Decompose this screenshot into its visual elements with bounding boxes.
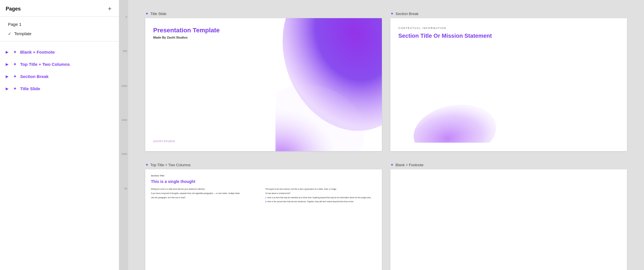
title-slide-top: Presentation Template Made By Zacht Stud…	[153, 27, 268, 39]
sidebar-title: Pages	[6, 6, 21, 12]
two-col-left: Writing too much in a slide deck will lo…	[151, 188, 262, 270]
two-col-columns: Writing too much in a slide deck will lo…	[151, 188, 376, 270]
ruler-mark-1500: 1500	[119, 119, 128, 121]
chevron-right-icon: ▶	[6, 50, 9, 54]
section-break-card[interactable]: CONTEXTUAL INFORMATION Section Title Or …	[390, 18, 627, 151]
ruler-mark-1000: 1000	[119, 85, 128, 87]
sparkle-section-icon: ✦	[390, 11, 394, 16]
title-slide-card[interactable]: Presentation Template Made By Zacht Stud…	[145, 18, 382, 151]
sidebar: Pages + Page 1 ✓ Template ▶ ✦ Blank + Fo…	[0, 0, 119, 270]
ruler-mark-0: 0	[119, 15, 128, 18]
sparkle-icon-3: ✦	[13, 74, 17, 79]
add-page-button[interactable]: +	[106, 5, 113, 12]
col2-item1: 1. Here is an item that may be extended …	[265, 196, 376, 199]
title-slide-subtitle: Made By Zacht Studios	[153, 36, 268, 39]
layouts-list: ▶ ✦ Blank + Footnote ▶ ✦ Top Title + Two…	[0, 41, 119, 270]
section-break-blob-svg	[398, 102, 553, 143]
title-slide-content: Presentation Template Made By Zacht Stud…	[145, 18, 275, 151]
title-slide-main-title: Presentation Template	[153, 27, 268, 34]
slide-wrapper-title: ✦ Title Slide Presentation Template Made…	[145, 11, 382, 151]
page-item-page1[interactable]: Page 1	[0, 20, 119, 29]
page-item-template[interactable]: ✓ Template	[0, 29, 119, 38]
col1-p3: Like this paragraph. Isn't this nice to …	[151, 196, 262, 199]
sparkle-two-col-icon: ✦	[145, 163, 149, 167]
slide-title-label: Title Slide	[150, 12, 167, 16]
two-col-title: This is a single thought	[151, 179, 376, 184]
slide-wrapper-two-col: ✦ Top Title + Two Columns Section Title …	[145, 163, 382, 270]
title-slide-footer: ZACHT.STUDIO	[153, 140, 268, 143]
ruler-mark-2000: 2000	[119, 153, 128, 155]
sparkle-icon-4: ✦	[13, 86, 17, 91]
slide-label-blank-footnote: ✦ Blank + Footnote	[390, 163, 627, 167]
col2-p1: This layout is two text columns, but thi…	[265, 188, 376, 191]
ruler-y: 0 500 1000 1500 2000 00	[119, 0, 128, 270]
check-icon: ✓	[8, 31, 11, 36]
slide-label-title: ✦ Title Slide	[145, 11, 382, 16]
col1-p2: If you have a long trail of thoughts, se…	[151, 192, 262, 195]
col2-item2: 2. Here is the second item that has two …	[265, 200, 376, 203]
slide-wrapper-blank-footnote: ✦ Blank + Footnote FOOTNOTE	[390, 163, 627, 270]
canvas-area: 0 500 1000 1500 2000 00 ✦ Title Slide Pr…	[119, 0, 644, 270]
sparkle-icon-2: ✦	[13, 62, 17, 67]
layout-label-blank-footnote: Blank + Footnote	[20, 50, 55, 54]
svg-point-2	[409, 102, 501, 143]
sparkle-title-icon: ✦	[145, 11, 149, 16]
layout-label-section-break: Section Break	[20, 74, 49, 79]
section-break-graphic	[398, 102, 619, 143]
section-break-top-label: CONTEXTUAL INFORMATION	[398, 27, 619, 29]
sparkle-blank-icon: ✦	[390, 163, 394, 167]
two-col-right: This layout is two text columns, but thi…	[265, 188, 376, 270]
sparkle-icon-1: ✦	[13, 49, 17, 55]
slides-canvas: ✦ Title Slide Presentation Template Made…	[128, 0, 644, 270]
ruler-mark-00: 00	[119, 187, 128, 190]
sidebar-header: Pages +	[0, 0, 119, 17]
slide-label-two-col: ✦ Top Title + Two Columns	[145, 163, 382, 167]
col2-p2: Or how about a numbered list?	[265, 192, 376, 195]
title-slide-graphic	[275, 18, 382, 151]
section-break-text: CONTEXTUAL INFORMATION Section Title Or …	[398, 27, 619, 39]
chevron-right-icon-2: ▶	[6, 62, 9, 66]
slide-blank-footnote-label: Blank + Footnote	[395, 163, 424, 167]
section-break-title: Section Title Or Mission Statement	[398, 32, 619, 39]
layout-item-blank-footnote[interactable]: ▶ ✦ Blank + Footnote	[0, 46, 119, 58]
num-label-1: 1.	[265, 197, 267, 199]
layout-item-top-title[interactable]: ▶ ✦ Top Title + Two Columns	[0, 58, 119, 70]
template-label: Template	[14, 31, 31, 36]
chevron-right-icon-4: ▶	[6, 87, 9, 91]
slide-two-col-label: Top Title + Two Columns	[150, 163, 191, 167]
purple-blob-svg	[275, 18, 382, 151]
layout-label-top-title: Top Title + Two Columns	[20, 62, 70, 67]
num-label-2: 2.	[265, 201, 267, 202]
layout-item-section-break[interactable]: ▶ ✦ Section Break	[0, 70, 119, 83]
chevron-right-icon-3: ▶	[6, 74, 9, 79]
slide-wrapper-section-break: ✦ Section Break CONTEXTUAL INFORMATION S…	[390, 11, 627, 151]
two-col-card[interactable]: Section Title This is a single thought W…	[145, 169, 382, 270]
blank-footnote-card[interactable]: FOOTNOTE	[390, 169, 627, 270]
slide-label-section-break: ✦ Section Break	[390, 11, 627, 16]
layout-label-title-slide: Title Slide	[20, 86, 40, 91]
page1-label: Page 1	[8, 22, 22, 27]
slide-section-break-label: Section Break	[395, 12, 418, 16]
two-col-section-label: Section Title	[151, 174, 376, 177]
layout-item-title-slide[interactable]: ▶ ✦ Title Slide	[0, 83, 119, 95]
ruler-mark-500: 500	[119, 50, 128, 52]
pages-list: Page 1 ✓ Template	[0, 17, 119, 41]
col1-p1: Writing too much in a slide deck will lo…	[151, 188, 262, 191]
